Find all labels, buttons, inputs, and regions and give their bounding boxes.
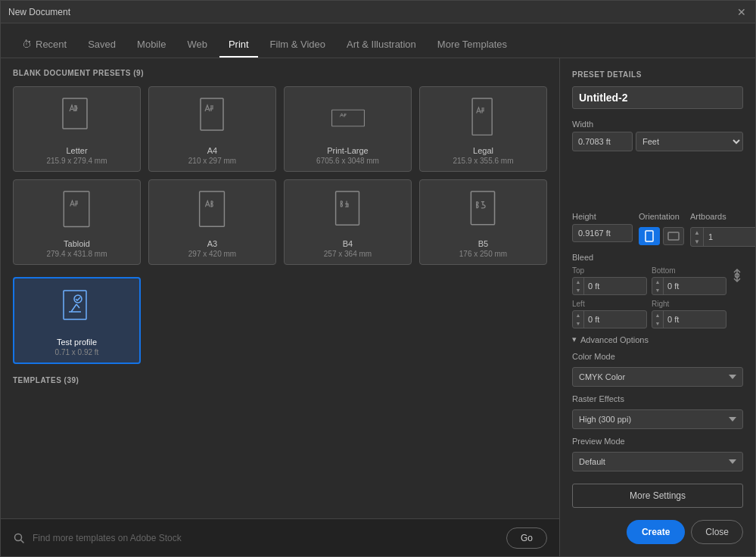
document-name-input[interactable]: [572, 86, 743, 109]
tabs-bar: ⏱ Recent Saved Mobile Web Print Film & V…: [1, 23, 755, 58]
tab-saved[interactable]: Saved: [79, 33, 125, 58]
bleed-section: Bleed Top ▲ ▼ 0 ft: [572, 253, 743, 328]
bleed-bottom-arrows: ▲ ▼: [652, 278, 664, 294]
preset-letter[interactable]: Letter 215.9 x 279.4 mm: [13, 86, 141, 172]
preset-legal[interactable]: Legal 215.9 x 355.6 mm: [419, 86, 547, 172]
raster-effects-section: Raster Effects High (300 ppi) Medium (15…: [572, 394, 743, 429]
tab-film-video[interactable]: Film & Video: [261, 33, 334, 58]
more-settings-button[interactable]: More Settings: [572, 484, 743, 508]
color-mode-select[interactable]: CMYK Color RGB Color: [572, 367, 743, 387]
width-group: Width Feet Inches Millimeters Centimeter…: [572, 120, 743, 206]
height-group: Height: [572, 212, 633, 242]
preview-mode-select[interactable]: Default Pixel Overprint: [572, 452, 743, 471]
preset-icon-legal: [465, 96, 502, 140]
artboards-stepper: ▲ ▼: [690, 227, 755, 247]
bleed-bottom-value: 0 ft: [664, 279, 726, 293]
portrait-button[interactable]: [639, 227, 660, 245]
width-input[interactable]: [572, 132, 633, 151]
preset-size-print-large: 6705.6 x 3048 mm: [316, 157, 379, 165]
raster-effects-select[interactable]: High (300 ppi) Medium (150 ppi) Low (72 …: [572, 409, 743, 429]
bleed-grid: Top ▲ ▼ 0 ft Bottom: [572, 266, 726, 328]
right-panel: PRESET DETAILS Width Feet Inches Millime…: [560, 58, 755, 556]
preset-size-legal: 215.9 x 355.6 mm: [453, 157, 513, 165]
preset-details-label: PRESET DETAILS: [572, 70, 743, 79]
bleed-left-value: 0 ft: [584, 313, 646, 326]
preset-a3[interactable]: A3 297 x 420 mm: [148, 179, 276, 265]
bleed-left-up[interactable]: ▲: [573, 311, 583, 319]
bleed-right-down[interactable]: ▼: [652, 319, 663, 328]
preset-a4[interactable]: A4 210 x 297 mm: [148, 86, 276, 172]
tab-print[interactable]: Print: [219, 33, 258, 58]
search-input[interactable]: [33, 533, 499, 543]
create-button[interactable]: Create: [627, 520, 685, 544]
artboards-group: Artboards ▲ ▼: [690, 212, 755, 247]
close-button[interactable]: Close: [691, 520, 743, 544]
bleed-left: Left ▲ ▼ 0 ft: [572, 300, 647, 328]
preset-icon-test: [58, 288, 96, 331]
bleed-right-value: 0 ft: [664, 313, 726, 326]
bleed-right-stepper: ▲ ▼ 0 ft: [652, 310, 726, 328]
bleed-right-arrows: ▲ ▼: [652, 311, 664, 328]
height-label: Height: [572, 212, 633, 221]
artboards-input[interactable]: [704, 229, 755, 244]
bleed-bottom-down[interactable]: ▼: [652, 286, 663, 294]
search-bar: Go: [1, 518, 559, 556]
bleed-top-stepper: ▲ ▼ 0 ft: [572, 277, 647, 295]
bleed-top-up[interactable]: ▲: [573, 278, 583, 286]
advanced-options-toggle[interactable]: ▾ Advanced Options: [572, 335, 743, 344]
preset-name-letter: Letter: [66, 146, 87, 155]
tab-recent[interactable]: ⏱ Recent: [13, 33, 76, 58]
bleed-left-arrows: ▲ ▼: [573, 311, 584, 328]
tab-art-illustration[interactable]: Art & Illustration: [338, 33, 425, 58]
bleed-bottom: Bottom ▲ ▼ 0 ft: [652, 266, 726, 295]
width-label: Width: [572, 120, 743, 129]
preset-size-letter: 215.9 x 279.4 mm: [46, 157, 107, 165]
tab-mobile[interactable]: Mobile: [128, 33, 175, 58]
preset-name-tabloid: Tabloid: [64, 239, 90, 248]
bleed-top-value: 0 ft: [584, 279, 646, 293]
bleed-left-down[interactable]: ▼: [573, 319, 583, 328]
presets-grid: Letter 215.9 x 279.4 mm: [13, 86, 547, 265]
preset-tabloid[interactable]: Tabloid 279.4 x 431.8 mm: [13, 179, 141, 265]
orientation-buttons: [639, 227, 684, 245]
svg-rect-12: [668, 232, 679, 240]
new-document-dialog: New Document ✕ ⏱ Recent Saved Mobile Web…: [0, 0, 756, 557]
preset-icon-a3: [194, 189, 232, 233]
main-content: BLANK DOCUMENT PRESETS (9): [1, 58, 755, 556]
height-input[interactable]: [572, 224, 633, 242]
preset-icon-b5: [465, 189, 502, 233]
title-bar: New Document ✕: [1, 1, 755, 23]
bleed-top-label: Top: [572, 266, 647, 275]
presets-section-label: BLANK DOCUMENT PRESETS (9): [13, 69, 547, 77]
preset-size-b5: 176 x 250 mm: [459, 250, 507, 258]
preset-icon-a4: [194, 96, 232, 140]
go-button[interactable]: Go: [506, 527, 547, 549]
artboards-label: Artboards: [690, 212, 755, 221]
bleed-bottom-up[interactable]: ▲: [652, 278, 663, 286]
width-unit-select[interactable]: Feet Inches Millimeters Centimeters Pixe…: [636, 132, 743, 151]
svg-rect-6: [335, 191, 359, 225]
preset-b4[interactable]: B4 257 x 364 mm: [284, 179, 412, 265]
orientation-label: Orientation: [639, 212, 684, 221]
tab-more-templates[interactable]: More Templates: [428, 33, 516, 58]
preset-name-b5: B5: [478, 239, 488, 248]
preset-print-large[interactable]: Print-Large 6705.6 x 3048 mm: [284, 86, 412, 172]
close-title-button[interactable]: ✕: [736, 6, 748, 18]
tab-web[interactable]: Web: [178, 33, 216, 58]
width-input-row: Feet Inches Millimeters Centimeters Pixe…: [572, 132, 743, 151]
search-icon: [13, 532, 25, 544]
preset-name-legal: Legal: [473, 146, 493, 155]
bleed-right: Right ▲ ▼ 0 ft: [652, 300, 726, 328]
preset-name-print-large: Print-Large: [327, 146, 368, 155]
bleed-right-up[interactable]: ▲: [652, 311, 663, 319]
link-bleed-icon[interactable]: [731, 266, 743, 288]
action-buttons: Create Close: [572, 520, 743, 544]
artboards-down[interactable]: ▼: [691, 237, 703, 246]
preset-b5[interactable]: B5 176 x 250 mm: [419, 179, 547, 265]
bleed-top-down[interactable]: ▼: [573, 286, 583, 294]
artboards-up[interactable]: ▲: [691, 228, 703, 237]
preset-test-profile[interactable]: Test profile 0.71 x 0.92 ft: [13, 277, 141, 364]
bleed-top-arrows: ▲ ▼: [573, 278, 584, 294]
chevron-down-icon: ▾: [572, 335, 577, 344]
landscape-button[interactable]: [663, 227, 684, 245]
